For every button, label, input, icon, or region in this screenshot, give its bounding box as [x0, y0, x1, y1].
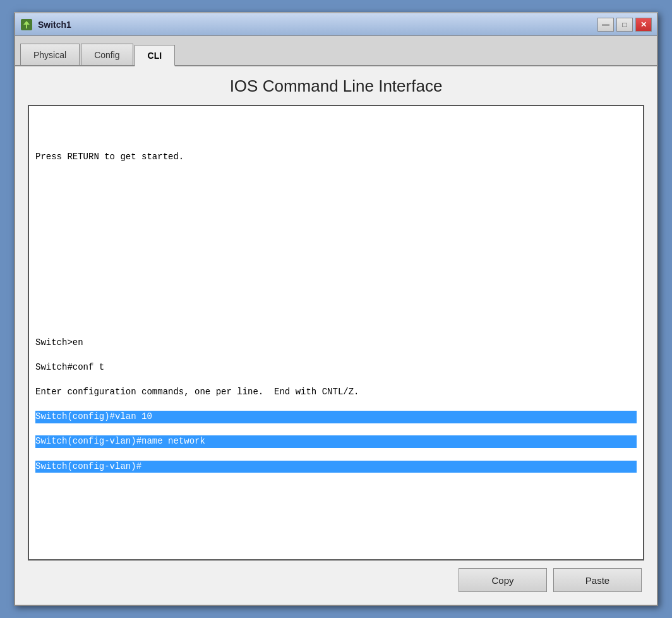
tab-physical[interactable]: Physical: [20, 44, 80, 65]
tab-config[interactable]: Config: [81, 44, 133, 65]
terminal-line: Switch>en: [35, 337, 637, 349]
content-area: IOS Command Line Interface Press RETURN …: [15, 66, 657, 605]
page-title: IOS Command Line Interface: [28, 76, 644, 96]
copy-button[interactable]: Copy: [459, 568, 547, 592]
main-window: Switch1 — □ ✕ Physical Config CLI IOS Co…: [14, 12, 658, 606]
minimize-button[interactable]: —: [597, 18, 614, 32]
maximize-button[interactable]: □: [616, 18, 633, 32]
tab-bar: Physical Config CLI: [15, 36, 657, 66]
window-title: Switch1: [38, 20, 597, 30]
terminal-output[interactable]: Press RETURN to get started.Switch>enSwi…: [29, 106, 643, 559]
terminal-line: Press RETURN to get started.: [35, 151, 637, 164]
window-controls: — □ ✕: [597, 18, 652, 32]
app-icon: [20, 18, 33, 31]
tab-cli[interactable]: CLI: [135, 45, 176, 66]
terminal-line: Switch#conf t: [35, 361, 637, 374]
terminal-line: Switch(config-vlan)#: [35, 461, 637, 473]
close-button[interactable]: ✕: [635, 18, 652, 32]
terminal-line: Enter configuration commands, one per li…: [35, 386, 637, 399]
terminal-line: Switch(config)#vlan 10: [35, 411, 637, 423]
terminal-line: Switch(config-vlan)#name network: [35, 435, 637, 448]
title-bar: Switch1 — □ ✕: [15, 13, 657, 36]
paste-button[interactable]: Paste: [553, 568, 642, 592]
button-bar: Copy Paste: [28, 560, 644, 595]
terminal-container: Press RETURN to get started.Switch>enSwi…: [28, 105, 644, 560]
